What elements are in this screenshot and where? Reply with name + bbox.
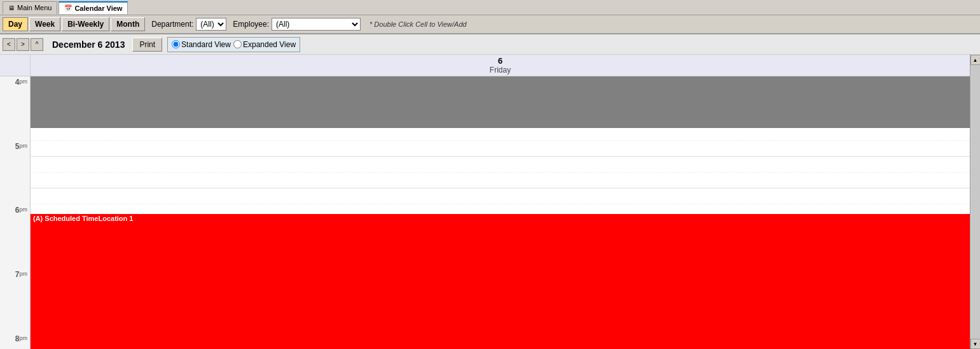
- time-label-5pm: 5pm: [0, 141, 30, 157]
- time-gutter-header: [0, 55, 31, 76]
- scrollbar-up-button[interactable]: ▲: [970, 55, 981, 65]
- time-grid: 4pm 5pm 6pm: [0, 76, 970, 349]
- print-button[interactable]: Print: [132, 38, 162, 52]
- view-options: Standard View Expanded View: [167, 37, 300, 52]
- time-label-empty-5: [0, 173, 30, 189]
- time-label-empty-1: [0, 92, 30, 108]
- nav-row: < > ^ December 6 2013 Print Standard Vie…: [0, 34, 980, 55]
- week-button[interactable]: Week: [29, 17, 60, 31]
- time-label-empty-8: [0, 237, 30, 253]
- standard-view-radio[interactable]: [172, 40, 180, 48]
- scrollbar-track[interactable]: [971, 65, 980, 339]
- date-title: December 6 2013: [52, 39, 125, 50]
- day-number: 6: [498, 56, 502, 66]
- day-name: Friday: [490, 66, 511, 75]
- day-header: 6 Friday: [0, 55, 970, 76]
- time-label-empty-10: [0, 285, 30, 301]
- day-header-cell: 6 Friday: [31, 55, 970, 76]
- biweekly-button[interactable]: Bi-Weekly: [62, 17, 109, 31]
- bg-row-6: [31, 173, 970, 189]
- employee-label: Employee:: [233, 20, 269, 29]
- red-event-block[interactable]: (A) Scheduled TimeLocation 1: [31, 214, 970, 349]
- time-label-8pm: 8pm: [0, 333, 30, 349]
- time-label-empty-9: [0, 253, 30, 269]
- main-menu-tab[interactable]: 🖥 Main Menu: [3, 1, 57, 14]
- calendar-view-label: Calendar View: [74, 4, 122, 12]
- time-label-empty-11: [0, 301, 30, 317]
- bg-row-4: [31, 141, 970, 157]
- toolbar: Day Week Bi-Weekly Month Department: (Al…: [0, 15, 980, 34]
- expanded-view-option[interactable]: Expanded View: [233, 40, 296, 49]
- red-event-label: (A) Scheduled TimeLocation 1: [31, 213, 136, 224]
- main-area: 6 Friday 4pm 5pm: [0, 55, 980, 349]
- calendar-view-tab[interactable]: 📅 Calendar View: [59, 1, 128, 14]
- time-labels: 4pm 5pm 6pm: [0, 76, 31, 349]
- expanded-view-radio[interactable]: [233, 40, 242, 48]
- standard-view-option[interactable]: Standard View: [172, 40, 231, 49]
- time-label-4pm: 4pm: [0, 76, 30, 92]
- time-label-6pm: 6pm: [0, 204, 30, 220]
- prev-button[interactable]: <: [3, 38, 15, 51]
- time-label-empty-7: [0, 221, 30, 237]
- month-button[interactable]: Month: [111, 17, 145, 31]
- events-column[interactable]: (A) Scheduled TimeLocation 1: [31, 76, 970, 349]
- double-click-hint: * Double Click Cell to View/Add: [369, 20, 467, 28]
- main-menu-label: Main Menu: [17, 4, 52, 11]
- bg-row-7: [31, 189, 970, 204]
- up-button[interactable]: ^: [31, 38, 43, 51]
- calendar-icon: 📅: [64, 4, 72, 11]
- next-button[interactable]: >: [17, 38, 29, 51]
- day-button[interactable]: Day: [3, 17, 28, 31]
- bg-row-5: [31, 157, 970, 173]
- standard-view-label: Standard View: [181, 40, 231, 49]
- time-label-empty-12: [0, 317, 30, 333]
- grid-area: 6 Friday 4pm 5pm: [0, 55, 970, 349]
- scrollbar[interactable]: ▲ ▼: [970, 55, 980, 349]
- scrollbar-down-button[interactable]: ▼: [970, 339, 981, 349]
- department-label: Department:: [151, 20, 193, 29]
- gray-event-label: [31, 76, 36, 86]
- time-label-empty-6: [0, 189, 30, 204]
- time-label-empty-3: [0, 125, 30, 141]
- time-label-empty-4: [0, 157, 30, 173]
- gray-event-block[interactable]: [31, 76, 970, 128]
- department-select[interactable]: (All): [196, 18, 226, 31]
- title-bar: 🖥 Main Menu 📅 Calendar View: [0, 0, 980, 15]
- main-menu-icon: 🖥: [8, 4, 15, 11]
- expanded-view-label: Expanded View: [243, 40, 296, 49]
- time-label-7pm: 7pm: [0, 269, 30, 285]
- time-label-empty-2: [0, 108, 30, 124]
- employee-select[interactable]: (All): [272, 18, 361, 31]
